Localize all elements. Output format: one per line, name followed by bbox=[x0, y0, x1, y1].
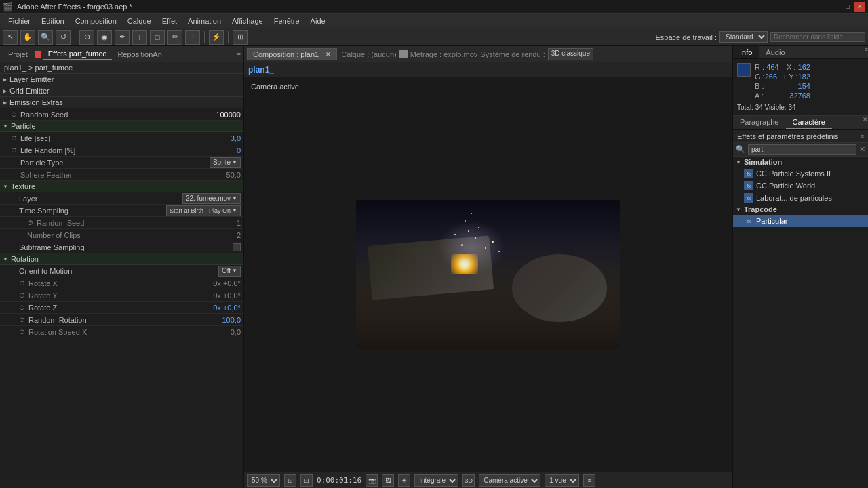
zoom-select[interactable]: 50 % bbox=[247, 474, 280, 487]
effect-label: Laborat... de particules bbox=[756, 194, 832, 202]
prop-value[interactable]: 1 bbox=[237, 219, 241, 227]
tool-clone[interactable]: ⋮ bbox=[185, 30, 200, 45]
section-particle[interactable]: ▼ Particle bbox=[0, 121, 243, 132]
menu-animation[interactable]: Animation bbox=[182, 16, 226, 26]
tool-text[interactable]: T bbox=[132, 30, 147, 45]
effects-list: ▼ Simulation fx CC Particle Systems II f… bbox=[733, 157, 868, 488]
tool-paint[interactable]: ✏ bbox=[167, 30, 182, 45]
help-search[interactable] bbox=[770, 32, 865, 42]
maximize-button[interactable]: □ bbox=[842, 2, 853, 12]
3d-toggle[interactable]: 3D bbox=[462, 474, 475, 487]
tool-zoom[interactable]: 🔍 bbox=[38, 30, 53, 45]
tool-rotate[interactable]: ↺ bbox=[56, 30, 71, 45]
chevron-down-icon: ▼ bbox=[232, 159, 237, 165]
total-visible: Total: 34 Visible: 34 bbox=[737, 104, 864, 111]
effect-cc-particle-systems[interactable]: fx CC Particle Systems II bbox=[733, 167, 868, 180]
chevron-down-icon: ▼ bbox=[232, 195, 237, 201]
close-button[interactable]: ✕ bbox=[854, 2, 865, 12]
a-value: 32768 bbox=[789, 92, 810, 100]
effects-title: Effets et paramètres prédéfinis bbox=[737, 132, 839, 140]
menu-fichier[interactable]: Fichier bbox=[3, 16, 36, 26]
safe-areas-button[interactable]: ⊟ bbox=[300, 474, 313, 487]
g-value: 266 bbox=[765, 73, 777, 81]
menu-fenetre[interactable]: Fenêtre bbox=[269, 16, 305, 26]
prop-value[interactable]: 50,0 bbox=[226, 171, 241, 179]
tab-info[interactable]: Info bbox=[733, 46, 759, 58]
prop-value[interactable]: 0 bbox=[237, 146, 241, 155]
prop-value[interactable]: 100,0 bbox=[222, 316, 241, 324]
comp-tab-close-icon[interactable]: ✕ bbox=[326, 51, 331, 58]
prop-value[interactable]: 100000 bbox=[216, 110, 241, 119]
panel-menu-button[interactable]: ≡ bbox=[237, 50, 241, 58]
search-clear-icon[interactable]: ✕ bbox=[859, 145, 865, 154]
subframe-checkbox[interactable] bbox=[233, 243, 241, 251]
char-close-icon[interactable]: ✕ bbox=[863, 116, 868, 129]
show-snapshot-button[interactable]: 🖼 bbox=[382, 474, 394, 487]
layer-dropdown[interactable]: 22. fumee.mov ▼ bbox=[182, 193, 241, 204]
tool-arrow[interactable]: ↖ bbox=[3, 30, 18, 45]
menu-aide[interactable]: Aide bbox=[305, 16, 331, 26]
effect-laborat-particules[interactable]: fx Laborat... de particules bbox=[733, 192, 868, 204]
exposure-button[interactable]: ☀ bbox=[398, 474, 410, 487]
prop-value[interactable]: 0x +0,0° bbox=[213, 291, 241, 300]
quality-select[interactable]: Intégrale bbox=[414, 474, 458, 487]
menu-effet[interactable]: Effet bbox=[157, 16, 182, 26]
prop-value[interactable]: 2 bbox=[237, 231, 241, 239]
tool-camera-track[interactable]: ⊕ bbox=[79, 30, 94, 45]
particle-type-dropdown[interactable]: Sprite ▼ bbox=[210, 157, 241, 168]
tab-paragraphe[interactable]: Paragraphe bbox=[733, 116, 786, 129]
fx-icon: fx bbox=[744, 193, 753, 203]
tab-effets[interactable]: Effets part_fumee bbox=[43, 48, 113, 60]
prop-value[interactable]: 0,0 bbox=[231, 328, 241, 336]
tool-shape[interactable]: □ bbox=[150, 30, 165, 45]
views-select[interactable]: 1 vue bbox=[545, 474, 579, 487]
tool-snap[interactable]: ⊞ bbox=[233, 30, 248, 45]
section-grid-emitter[interactable]: ▶ Grid Emitter bbox=[0, 85, 243, 97]
prop-value[interactable]: 0x +0,0° bbox=[213, 279, 241, 287]
menu-edition[interactable]: Edition bbox=[36, 16, 70, 26]
tab-caractere[interactable]: Caractère bbox=[786, 116, 832, 129]
menu-calque[interactable]: Calque bbox=[122, 16, 157, 26]
app-icon: 🎬 bbox=[3, 2, 13, 12]
dropdown-value: Off bbox=[222, 267, 231, 274]
minimize-button[interactable]: — bbox=[830, 2, 841, 12]
comp-options-button[interactable]: ≡ bbox=[583, 474, 595, 487]
tool-camera-orbit[interactable]: ◉ bbox=[97, 30, 112, 45]
tab-reposition[interactable]: RepositionAn bbox=[112, 49, 167, 60]
tab-projet[interactable]: Projet bbox=[3, 49, 33, 60]
workspace-select[interactable]: Standard bbox=[719, 31, 768, 43]
render-mode-btn[interactable]: 3D classique bbox=[548, 48, 593, 60]
orient-motion-dropdown[interactable]: Off ▼ bbox=[218, 266, 241, 277]
section-emission-extras[interactable]: ▶ Emission Extras bbox=[0, 97, 243, 108]
tool-puppet[interactable]: ⚡ bbox=[209, 30, 224, 45]
effects-search-input[interactable] bbox=[748, 144, 856, 155]
category-simulation[interactable]: ▼ Simulation bbox=[733, 157, 868, 167]
time-sampling-dropdown[interactable]: Start at Birth - Play On ▼ bbox=[166, 205, 241, 216]
stopwatch-icon: ⏱ bbox=[19, 317, 28, 323]
section-rotation[interactable]: ▼ Rotation bbox=[0, 253, 243, 265]
panel-expand-icon[interactable]: ≡ bbox=[865, 46, 868, 58]
menu-affichage[interactable]: Affichage bbox=[226, 16, 269, 26]
prop-name: Random Rotation bbox=[28, 316, 219, 324]
section-label: Rotation bbox=[11, 255, 39, 263]
effects-menu-icon[interactable]: ≡ bbox=[861, 133, 864, 140]
menu-composition[interactable]: Composition bbox=[70, 16, 122, 26]
category-trapcode[interactable]: ▼ Trapcode bbox=[733, 204, 868, 215]
tool-hand[interactable]: ✋ bbox=[20, 30, 35, 45]
prop-number-clips: Number of Clips 2 bbox=[0, 229, 243, 241]
prop-orient-motion: Orient to Motion Off ▼ bbox=[0, 265, 243, 277]
comp-tab-plan1[interactable]: Composition : plan1_ ✕ bbox=[247, 48, 337, 60]
prop-value[interactable]: 0x +0,0° bbox=[213, 304, 241, 312]
triangle-down-icon: ▼ bbox=[736, 159, 741, 165]
view-select[interactable]: Caméra active bbox=[479, 474, 540, 487]
effect-particular[interactable]: fx Particular bbox=[733, 215, 868, 227]
section-texture[interactable]: ▼ Texture bbox=[0, 181, 243, 192]
tab-audio[interactable]: Audio bbox=[759, 46, 791, 58]
snapshot-button[interactable]: 📷 bbox=[366, 474, 378, 487]
tool-pen[interactable]: ✒ bbox=[115, 30, 130, 45]
prop-name: Life [sec] bbox=[20, 134, 228, 142]
prop-value[interactable]: 3,0 bbox=[231, 134, 241, 142]
effect-cc-particle-world[interactable]: fx CC Particle World bbox=[733, 180, 868, 192]
fit-button[interactable]: ⊞ bbox=[284, 474, 296, 487]
section-layer-emitter[interactable]: ▶ Layer Emitter bbox=[0, 74, 243, 85]
